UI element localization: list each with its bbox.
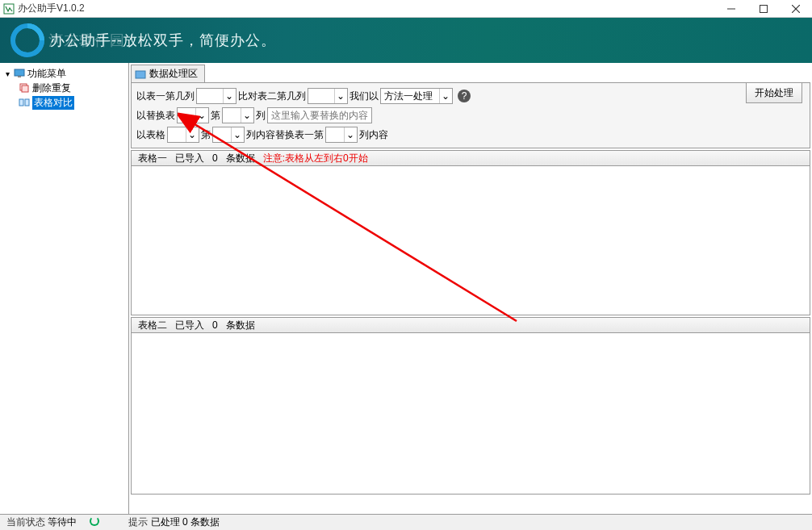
chevron-down-icon: ⌄ — [223, 89, 234, 103]
label: 条数据 — [226, 319, 255, 332]
combo-table1-col[interactable]: ⌄ — [196, 88, 236, 104]
status-state: 当前状态 等待中 — [3, 515, 80, 529]
svg-rect-11 — [19, 99, 23, 106]
sidebar-item-remove-duplicates[interactable]: 删除重复 — [0, 81, 128, 95]
folder-icon — [135, 69, 146, 80]
help-icon[interactable]: ? — [458, 90, 471, 102]
sidebar-item-table-compare[interactable]: 表格对比 — [0, 95, 128, 110]
maximize-button[interactable] — [747, 0, 780, 18]
tree-expand-icon[interactable]: ▾ — [3, 69, 11, 77]
table1-header: 表格一 已导入 0 条数据 注意:表格从左到右0开始 — [131, 150, 810, 166]
chevron-down-icon: ⌄ — [334, 89, 345, 103]
svg-rect-8 — [18, 76, 21, 77]
combo-table2-col[interactable]: ⌄ — [308, 88, 348, 104]
table2-name: 表格二 — [138, 319, 167, 332]
table1-area: 表格一 已导入 0 条数据 注意:表格从左到右0开始 — [131, 150, 810, 315]
svg-rect-13 — [136, 71, 145, 78]
main-area: ▾ 功能菜单 删除重复 表格对比 数据处理区 — [0, 63, 812, 514]
chevron-down-icon: ⌄ — [195, 108, 207, 123]
replace-content-input[interactable] — [267, 107, 372, 123]
chevron-down-icon: ⌄ — [186, 127, 197, 142]
label: 已导入 — [175, 152, 204, 165]
statusbar: 当前状态 等待中 提示 已处理 0 条数据 — [0, 514, 812, 530]
label: 第 — [201, 128, 211, 142]
combo-method[interactable]: 方法一处理⌄ — [380, 88, 453, 104]
combo-replace-col[interactable]: ⌄ — [222, 107, 254, 123]
table2-header: 表格二 已导入 0 条数据 — [131, 317, 810, 333]
sidebar: ▾ 功能菜单 删除重复 表格对比 — [0, 63, 129, 514]
table1-name: 表格一 — [138, 152, 167, 165]
table2-count: 0 — [212, 319, 218, 331]
spinner-icon — [86, 516, 103, 528]
label: 列内容 — [359, 128, 388, 142]
label: 列内容替换表一第 — [246, 128, 324, 142]
svg-rect-12 — [25, 99, 29, 106]
duplicate-icon — [18, 81, 31, 94]
sidebar-item-label: 删除重复 — [32, 81, 71, 95]
combo-source-col[interactable]: ⌄ — [212, 127, 245, 143]
start-process-button[interactable]: 开始处理 — [746, 82, 802, 103]
label: 比对表二第几列 — [238, 90, 306, 103]
label: 条数据 — [226, 152, 255, 165]
table2-area: 表格二 已导入 0 条数据 — [131, 317, 810, 495]
toolbar-row-3: 以表格 ⌄ 第 ⌄ 列内容替换表一第 ⌄ 列内容 — [136, 125, 805, 144]
tab-label: 数据处理区 — [149, 67, 198, 81]
label: 以表一第几列 — [136, 90, 195, 103]
compare-icon — [18, 96, 31, 109]
window-title: 办公助手V1.0.2 — [18, 2, 85, 15]
svg-rect-2 — [760, 6, 768, 13]
window-controls — [715, 0, 812, 18]
table1-count: 0 — [212, 152, 218, 164]
label: 以表格 — [136, 128, 165, 142]
combo-target-col[interactable]: ⌄ — [325, 127, 358, 143]
toolbar-row-2: 以替换表 ⌄ 第 ⌄ 列 — [136, 106, 805, 125]
toolbar: 以表一第几列 ⌄ 比对表二第几列 ⌄ 我们以 方法一处理⌄ ? 以替换表 ⌄ 第… — [131, 82, 810, 148]
label: 列 — [256, 109, 266, 123]
monitor-icon — [13, 67, 26, 80]
banner-logo-icon — [10, 23, 45, 58]
chevron-down-icon: ⌄ — [241, 108, 252, 123]
banner-slogan: 办公助手--放松双手，简便办公。 — [50, 31, 276, 50]
combo-replace-table[interactable]: ⌄ — [177, 107, 209, 123]
label: 已导入 — [175, 319, 204, 332]
label: 我们以 — [349, 90, 379, 103]
status-hint: 提示 已处理 0 条数据 — [125, 515, 223, 529]
app-icon — [3, 3, 15, 15]
close-button[interactable] — [780, 0, 812, 18]
toolbar-row-1: 以表一第几列 ⌄ 比对表二第几列 ⌄ 我们以 方法一处理⌄ ? — [136, 86, 805, 106]
combo-source-table[interactable]: ⌄ — [167, 127, 199, 143]
table2-body[interactable] — [131, 333, 810, 495]
table1-note: 注意:表格从左到右0开始 — [263, 152, 368, 165]
svg-rect-10 — [22, 86, 28, 92]
chevron-down-icon: ⌄ — [231, 127, 242, 142]
tree-root[interactable]: ▾ 功能菜单 — [0, 66, 128, 81]
tab-data-processing[interactable]: 数据处理区 — [131, 65, 205, 82]
window-titlebar: 办公助手V1.0.2 — [0, 0, 812, 18]
minimize-button[interactable] — [715, 0, 747, 18]
svg-rect-7 — [15, 69, 24, 76]
label: 以替换表 — [136, 109, 175, 123]
label: 第 — [211, 109, 220, 123]
chevron-down-icon: ⌄ — [344, 127, 355, 142]
chevron-down-icon: ⌄ — [439, 89, 450, 103]
table1-body[interactable] — [131, 166, 810, 315]
tree-root-label: 功能菜单 — [27, 67, 66, 81]
app-banner: 河东软件园 办公助手--放松双手，简便办公。 — [0, 18, 812, 63]
content-area: 数据处理区 以表一第几列 ⌄ 比对表二第几列 ⌄ 我们以 方法一处理⌄ ? 以替… — [129, 63, 812, 514]
sidebar-item-label: 表格对比 — [32, 96, 74, 110]
